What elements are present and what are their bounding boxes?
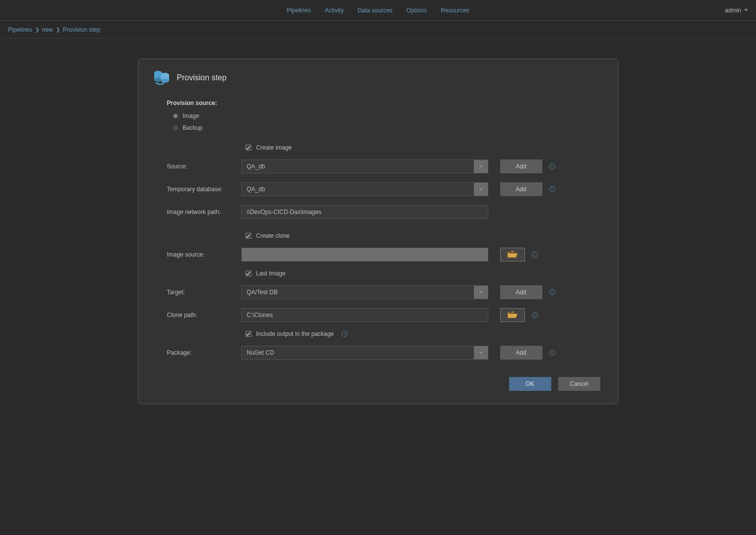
top-navbar: Pipelines Activity Data sources Options …	[0, 0, 756, 21]
svg-point-2	[154, 78, 162, 82]
user-name: admin	[725, 7, 741, 14]
package-label: Package:	[167, 349, 241, 356]
radio-image[interactable]	[173, 113, 178, 118]
breadcrumb-pipelines[interactable]: Pipelines	[8, 26, 32, 33]
nav-links: Pipelines Activity Data sources Options …	[287, 7, 469, 14]
radio-backup-label: Backup	[183, 124, 203, 131]
source-value: QA_db	[242, 160, 474, 173]
provision-step-panel: Provision step Provision source: Image B…	[138, 58, 619, 404]
nav-resources[interactable]: Resources	[441, 7, 469, 14]
info-icon[interactable]: i	[549, 350, 555, 356]
info-icon[interactable]: i	[549, 163, 555, 169]
tempdb-select[interactable]: QA_db	[241, 182, 488, 196]
checkbox-create-clone[interactable]	[245, 233, 251, 239]
folder-open-icon	[507, 251, 518, 259]
checkbox-create-image-label: Create image	[256, 144, 292, 151]
breadcrumb-new[interactable]: new	[42, 26, 53, 33]
breadcrumb-provision-step[interactable]: Provision step	[63, 26, 100, 33]
nav-options[interactable]: Options	[407, 7, 427, 14]
tempdb-label: Temporary database:	[167, 186, 241, 193]
checkbox-include-output[interactable]	[245, 331, 251, 337]
checkbox-create-clone-label: Create clone	[256, 232, 290, 239]
checkbox-last-image[interactable]	[245, 270, 251, 276]
target-value: QA/Test DB	[242, 286, 474, 299]
imgpath-label: Image network path:	[167, 209, 241, 215]
info-icon[interactable]: i	[549, 289, 555, 295]
source-label: Source:	[167, 163, 241, 170]
chevron-down-icon	[744, 9, 748, 11]
database-clone-icon	[153, 70, 171, 86]
source-add-button[interactable]: Add	[500, 160, 542, 173]
tempdb-value: QA_db	[242, 183, 474, 196]
checkbox-last-image-label: Last Image	[256, 270, 286, 277]
source-select[interactable]: QA_db	[241, 160, 488, 173]
imgsrc-input	[241, 248, 488, 262]
nav-activity[interactable]: Activity	[325, 7, 344, 14]
info-icon[interactable]: i	[532, 252, 538, 258]
imgsrc-label: Image source:	[167, 251, 241, 258]
cancel-button[interactable]: Cancel	[558, 377, 600, 391]
tempdb-add-button[interactable]: Add	[500, 182, 542, 196]
imgsrc-browse-button[interactable]	[500, 248, 525, 262]
package-add-button[interactable]: Add	[500, 346, 542, 360]
clonepath-label: Clone path:	[167, 312, 241, 319]
imgpath-input[interactable]	[241, 205, 488, 219]
checkbox-create-image[interactable]	[245, 145, 251, 151]
info-icon[interactable]: i	[532, 312, 538, 318]
radio-backup[interactable]	[173, 125, 178, 130]
chevron-right-icon: ❯	[35, 27, 39, 32]
breadcrumb: Pipelines ❯ new ❯ Provision step	[0, 21, 756, 39]
user-menu[interactable]: admin	[725, 7, 748, 14]
info-icon[interactable]: i	[342, 331, 348, 337]
nav-pipelines[interactable]: Pipelines	[287, 7, 311, 14]
clonepath-input[interactable]	[241, 308, 488, 322]
provision-source-label: Provision source:	[167, 100, 603, 107]
chevron-down-icon	[474, 286, 488, 299]
ok-button[interactable]: OK	[509, 377, 551, 391]
package-select[interactable]: NuGet CD	[241, 346, 488, 360]
nav-data-sources[interactable]: Data sources	[357, 7, 393, 14]
target-label: Target:	[167, 289, 241, 296]
folder-open-icon	[507, 311, 518, 319]
clonepath-browse-button[interactable]	[500, 308, 525, 322]
panel-title: Provision step	[177, 73, 227, 82]
target-add-button[interactable]: Add	[500, 285, 542, 299]
target-select[interactable]: QA/Test DB	[241, 285, 488, 299]
chevron-down-icon	[474, 183, 488, 196]
checkbox-include-output-label: Include output in the package	[256, 330, 334, 337]
svg-point-5	[161, 79, 169, 83]
package-value: NuGet CD	[242, 346, 474, 359]
info-icon[interactable]: i	[549, 186, 555, 192]
radio-image-label: Image	[183, 112, 199, 119]
chevron-down-icon	[474, 346, 488, 359]
chevron-right-icon: ❯	[56, 27, 60, 32]
chevron-down-icon	[474, 160, 488, 173]
